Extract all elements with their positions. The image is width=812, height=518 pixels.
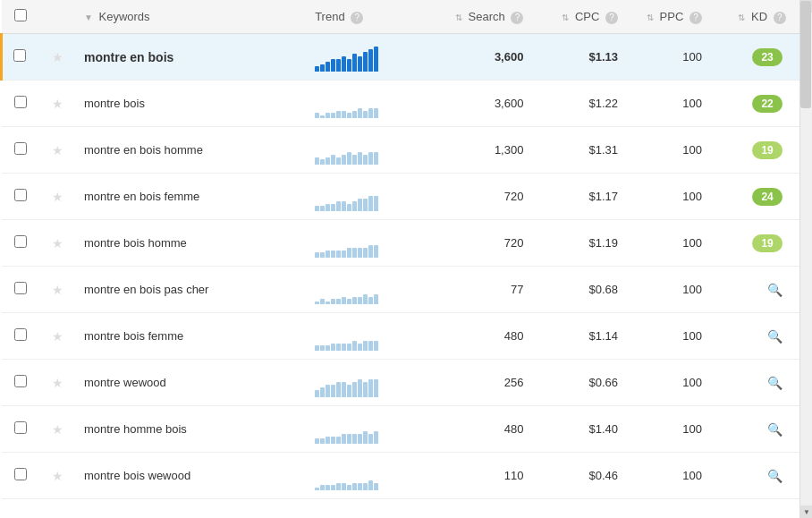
star-icon[interactable]: ★ <box>52 50 63 64</box>
kd-badge: 19 <box>752 234 782 252</box>
star-icon[interactable]: ★ <box>52 329 63 344</box>
ppc-cell: 100 <box>625 360 709 406</box>
keyword-text[interactable]: montre en bois <box>84 50 173 64</box>
kd-search-icon[interactable]: 🔍 <box>767 376 782 390</box>
keyword-text[interactable]: montre wewood <box>84 376 166 389</box>
trend-info-icon[interactable]: ? <box>351 12 363 24</box>
star-icon[interactable]: ★ <box>52 97 63 111</box>
kd-search-icon[interactable]: 🔍 <box>767 469 782 483</box>
ppc-cell: 100 <box>625 34 709 81</box>
keyword-cell: montre bois wewood <box>77 453 308 499</box>
trend-bar <box>320 64 325 72</box>
scrollbar[interactable]: ▲ ▼ <box>799 0 812 518</box>
star-icon[interactable]: ★ <box>52 469 63 483</box>
select-all-checkbox[interactable] <box>14 9 27 21</box>
header-select-all[interactable] <box>2 0 39 34</box>
header-search[interactable]: ⇅ Search ? <box>434 0 530 34</box>
row-star-cell: ★ <box>39 81 77 127</box>
row-checkbox[interactable] <box>14 328 27 341</box>
scroll-thumb[interactable] <box>800 1 811 108</box>
trend-bar <box>342 297 346 304</box>
cpc-cell: $1.22 <box>530 81 625 127</box>
keyword-cell: montre en bois <box>77 34 308 81</box>
trend-bars <box>315 369 427 397</box>
trend-bar <box>331 344 335 351</box>
keyword-cell: montre en bois pas cher <box>77 267 308 313</box>
trend-cell <box>308 453 434 499</box>
trend-bar <box>363 248 368 258</box>
row-checkbox[interactable] <box>13 49 26 62</box>
star-icon[interactable]: ★ <box>52 190 63 204</box>
keyword-text[interactable]: montre homme bois <box>84 422 187 436</box>
header-trend[interactable]: Trend ? <box>308 0 434 34</box>
star-icon[interactable]: ★ <box>52 422 63 437</box>
star-icon[interactable]: ★ <box>52 236 63 251</box>
trend-bar <box>368 152 373 165</box>
kd-info-icon[interactable]: ? <box>774 12 786 24</box>
trend-bar <box>368 245 373 258</box>
trend-bar <box>336 437 341 444</box>
ppc-info-icon[interactable]: ? <box>689 12 702 24</box>
row-checkbox[interactable] <box>14 421 27 434</box>
star-icon[interactable]: ★ <box>52 283 63 297</box>
kd-search-icon[interactable]: 🔍 <box>767 329 782 344</box>
row-checkbox[interactable] <box>14 96 27 108</box>
kd-search-icon[interactable]: 🔍 <box>767 283 782 297</box>
row-checkbox[interactable] <box>14 375 27 387</box>
row-star-cell: ★ <box>39 174 77 220</box>
cpc-cell: $1.17 <box>530 174 625 220</box>
keyword-text[interactable]: montre bois wewood <box>84 469 190 482</box>
trend-bar <box>363 382 368 397</box>
trend-bar <box>331 155 335 165</box>
cpc-info-icon[interactable]: ? <box>605 12 618 24</box>
trend-bar <box>315 488 319 490</box>
header-ppc[interactable]: ⇅ PPC ? <box>625 0 709 34</box>
kd-search-icon[interactable]: 🔍 <box>767 422 782 437</box>
keyword-text[interactable]: montre bois <box>84 97 145 110</box>
kd-cell: 24 <box>709 174 793 220</box>
keyword-text[interactable]: montre en bois homme <box>84 143 203 157</box>
table-row: ★montre en bois homme1,300$1.3110019 <box>2 127 813 174</box>
ppc-cell: 100 <box>625 267 709 313</box>
header-cpc[interactable]: ⇅ CPC ? <box>530 0 625 34</box>
row-checkbox-cell <box>2 81 39 127</box>
trend-bar <box>363 199 368 211</box>
trend-bar <box>326 385 330 397</box>
trend-bar <box>331 385 335 397</box>
keyword-cell: montre wewood <box>77 360 308 406</box>
header-kd[interactable]: ⇅ KD ? <box>709 0 793 34</box>
kd-badge: 24 <box>752 188 782 206</box>
trend-bars <box>315 415 427 444</box>
cpc-cell: $0.66 <box>530 360 625 406</box>
keyword-text[interactable]: montre en bois femme <box>84 190 199 203</box>
scroll-down-arrow[interactable]: ▼ <box>800 505 812 518</box>
search-info-icon[interactable]: ? <box>511 12 523 24</box>
row-checkbox[interactable] <box>14 142 27 155</box>
star-icon[interactable]: ★ <box>52 143 63 157</box>
row-checkbox[interactable] <box>14 468 27 480</box>
header-keywords[interactable]: ▼ Keywords <box>77 0 308 34</box>
table-row: ★montre wewood256$0.66100🔍 <box>2 360 813 406</box>
keyword-text[interactable]: montre en bois pas cher <box>84 283 208 296</box>
row-checkbox[interactable] <box>14 235 27 248</box>
trend-bar <box>331 251 335 258</box>
trend-bar <box>352 434 357 444</box>
trend-cell <box>308 220 434 267</box>
row-star-cell: ★ <box>39 34 77 81</box>
keyword-text[interactable]: montre bois homme <box>84 236 187 250</box>
ppc-sort-icon: ⇅ <box>647 13 654 22</box>
row-checkbox[interactable] <box>14 189 27 201</box>
trend-bar <box>315 301 319 304</box>
ppc-cell: 100 <box>625 127 709 174</box>
trend-bar <box>374 245 378 258</box>
trend-bar <box>368 480 373 490</box>
row-checkbox[interactable] <box>14 282 27 294</box>
search-cell: 110 <box>434 453 530 499</box>
keyword-cell: montre en bois femme <box>77 174 308 220</box>
trend-bar <box>342 201 346 211</box>
trend-bar <box>336 299 341 304</box>
trend-bar <box>374 294 378 304</box>
table-row: ★montre homme bois480$1.40100🔍 <box>2 406 813 453</box>
star-icon[interactable]: ★ <box>52 376 63 390</box>
keyword-text[interactable]: montre bois femme <box>84 329 183 343</box>
